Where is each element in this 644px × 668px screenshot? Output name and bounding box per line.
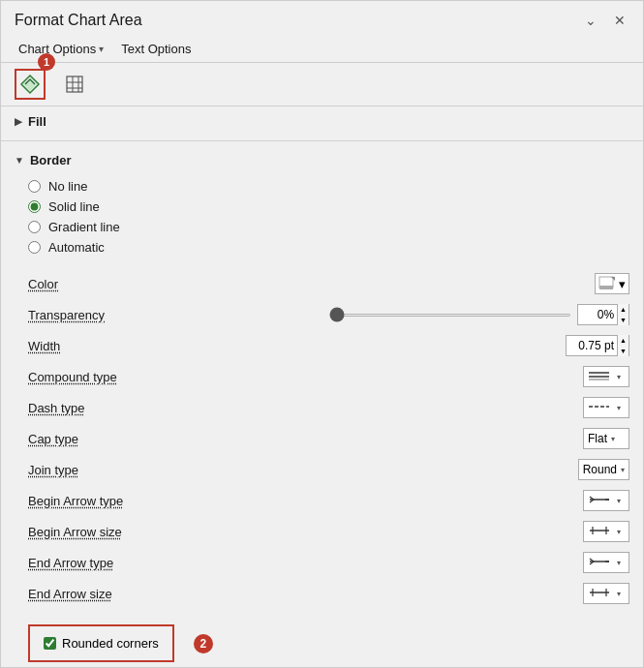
border-section-content: No line Solid line Gradient line Automat…: [1, 175, 643, 617]
fill-section-label: Fill: [28, 114, 46, 129]
join-type-label: Join type: [28, 463, 578, 477]
begin-arrow-type-row: Begin Arrow type ▾: [28, 485, 629, 516]
border-expand-arrow: ▼: [15, 155, 24, 166]
cap-type-button[interactable]: Flat ▾: [583, 428, 629, 449]
title-controls: ⌄ ✕: [581, 11, 629, 30]
compound-type-button[interactable]: ▾: [583, 366, 629, 387]
end-arrow-size-label: End Arrow size: [28, 587, 583, 601]
chart-options-tab[interactable]: Chart Options ▾: [15, 38, 107, 62]
end-arrow-type-button[interactable]: ▾: [583, 552, 629, 573]
layout-button[interactable]: [59, 69, 90, 100]
cap-type-arrow: ▾: [611, 435, 615, 443]
dash-type-button[interactable]: ▾: [583, 397, 629, 418]
end-arrow-type-arrow: ▾: [617, 559, 621, 567]
gradient-line-option[interactable]: Gradient line: [28, 220, 629, 234]
fill-expand-arrow: ▶: [15, 116, 22, 127]
panel-content: ▶ Fill ▼ Border No line Solid line: [1, 106, 643, 667]
no-line-option[interactable]: No line: [28, 179, 629, 194]
begin-arrow-type-arrow: ▾: [617, 497, 621, 505]
begin-arrow-size-icon: [588, 524, 613, 540]
gradient-line-radio[interactable]: [28, 221, 41, 233]
color-row: Color ▾: [28, 268, 629, 299]
join-type-button[interactable]: Round ▾: [578, 459, 629, 480]
end-arrow-type-label: End Arrow type: [28, 556, 583, 570]
join-type-control: Round ▾: [578, 459, 629, 480]
layout-icon: [64, 74, 85, 95]
chart-options-chevron: ▾: [99, 44, 104, 54]
width-spinner: ▲ ▼: [566, 335, 629, 356]
panel-title: Format Chart Area: [15, 12, 142, 29]
svg-rect-2: [67, 76, 82, 92]
begin-arrow-type-svg: [588, 493, 613, 506]
cap-type-control: Flat ▾: [583, 428, 629, 449]
no-line-radio[interactable]: [28, 180, 41, 193]
transparency-down-button[interactable]: ▼: [618, 315, 629, 325]
compound-type-control: ▾: [583, 366, 629, 387]
close-button[interactable]: ✕: [610, 11, 629, 30]
color-control: ▾: [595, 273, 629, 294]
fill-section-header[interactable]: ▶ Fill: [1, 106, 643, 137]
color-button[interactable]: ▾: [595, 273, 629, 294]
begin-arrow-size-control: ▾: [583, 521, 629, 542]
compound-type-arrow: ▾: [617, 373, 621, 381]
color-dropdown-arrow: ▾: [619, 277, 626, 291]
end-arrow-type-control: ▾: [583, 552, 629, 573]
color-label: Color: [28, 277, 595, 291]
compound-type-row: Compound type ▾: [28, 361, 629, 392]
transparency-control: ▲ ▼: [329, 304, 630, 325]
begin-arrow-size-row: Begin Arrow size ▾: [28, 516, 629, 547]
automatic-radio[interactable]: [28, 241, 41, 254]
text-options-tab[interactable]: Text Options: [117, 38, 195, 62]
solid-line-radio[interactable]: [28, 200, 41, 213]
width-up-button[interactable]: ▲: [618, 335, 629, 346]
rounded-corners-label: Rounded corners: [62, 636, 159, 651]
width-control: ▲ ▼: [566, 335, 629, 356]
end-arrow-size-svg: [588, 586, 613, 599]
end-arrow-size-row: End Arrow size ▾: [28, 578, 629, 609]
begin-arrow-size-arrow: ▾: [617, 528, 621, 536]
begin-arrow-type-button[interactable]: ▾: [583, 490, 629, 511]
dash-type-svg: [588, 400, 613, 413]
fill-divider: [1, 140, 643, 141]
border-section-header[interactable]: ▼ Border: [1, 145, 643, 175]
begin-arrow-size-svg: [588, 524, 613, 537]
no-line-label: No line: [48, 179, 87, 194]
solid-line-option[interactable]: Solid line: [28, 199, 629, 214]
transparency-label: Transparency: [28, 308, 329, 322]
begin-arrow-type-label: Begin Arrow type: [28, 494, 583, 508]
cap-type-value: Flat: [588, 432, 607, 445]
fill-effects-button[interactable]: [15, 69, 46, 100]
title-bar: Format Chart Area ⌄ ✕: [1, 1, 643, 36]
automatic-label: Automatic: [48, 240, 105, 255]
end-arrow-type-svg: [588, 555, 613, 568]
rounded-corners-wrapper: Rounded corners 2: [15, 617, 643, 667]
end-arrow-size-button[interactable]: ▾: [583, 583, 629, 604]
join-type-value: Round: [583, 463, 617, 476]
badge-2: 2: [194, 634, 213, 653]
width-value[interactable]: [567, 336, 617, 355]
transparency-slider[interactable]: [329, 314, 572, 317]
width-label: Width: [28, 339, 566, 353]
cap-type-row: Cap type Flat ▾: [28, 423, 629, 454]
rounded-corners-checkbox[interactable]: [44, 637, 56, 650]
badge-1: 1: [38, 53, 55, 71]
width-down-button[interactable]: ▼: [618, 346, 629, 356]
dash-type-row: Dash type ▾: [28, 392, 629, 423]
dash-type-control: ▾: [583, 397, 629, 418]
automatic-option[interactable]: Automatic: [28, 240, 629, 255]
transparency-up-button[interactable]: ▲: [618, 304, 629, 315]
transparency-value[interactable]: [578, 305, 617, 324]
join-type-row: Join type Round ▾: [28, 454, 629, 485]
fill-effects-wrapper: 1: [15, 69, 55, 100]
dash-type-label: Dash type: [28, 401, 583, 415]
transparency-spin-buttons: ▲ ▼: [617, 304, 629, 325]
minimize-button[interactable]: ⌄: [581, 11, 600, 30]
join-type-arrow: ▾: [621, 466, 625, 474]
cap-type-label: Cap type: [28, 432, 583, 446]
border-type-group: No line Solid line Gradient line Automat…: [28, 179, 629, 255]
begin-arrow-size-button[interactable]: ▾: [583, 521, 629, 542]
icons-row: 1: [1, 63, 643, 106]
format-chart-area-panel: Format Chart Area ⌄ ✕ Chart Options ▾ Te…: [0, 0, 644, 668]
transparency-row: Transparency ▲ ▼: [28, 299, 629, 330]
color-swatch-icon: [598, 276, 616, 291]
